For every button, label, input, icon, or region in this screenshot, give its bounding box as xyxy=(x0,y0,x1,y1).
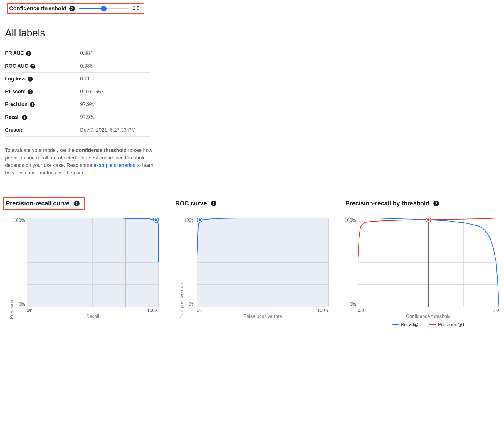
help-icon[interactable]: ? xyxy=(28,77,33,82)
pr-chart-wrap: Precision 100% 0% 0% 100% Recall xyxy=(5,218,159,319)
metrics-key-text: Recall xyxy=(5,114,20,120)
help-icon[interactable]: ? xyxy=(22,115,27,120)
threshold-label-text: Confidence threshold xyxy=(9,5,66,12)
charts-row: Precision-recall curve ? Precision 100% … xyxy=(5,196,499,328)
pr-chart-block: Precision-recall curve ? Precision 100% … xyxy=(5,196,159,319)
roc-xticks: 0% 100% xyxy=(197,307,329,313)
pr-chart-title: Precision-recall curve xyxy=(6,200,70,207)
pr-xtick-right: 100% xyxy=(147,308,159,313)
threshold-ytick-bottom: 0% xyxy=(350,302,356,307)
threshold-xticks: 0.0 1.0 xyxy=(358,307,499,313)
legend-item: Precision@1 xyxy=(429,322,465,328)
metrics-key-text: PR AUC xyxy=(5,50,24,56)
legend-swatch xyxy=(429,324,436,325)
roc-ytick-bottom: 0% xyxy=(189,302,195,307)
metrics-value: 97.9% xyxy=(80,102,94,107)
threshold-chart-right: 0.0 1.0 Confidence threshold Recall@1Pre… xyxy=(358,218,499,328)
pr-chart-title-row: Precision-recall curve ? xyxy=(5,196,159,211)
metrics-value: 0.984 xyxy=(80,50,93,56)
metrics-value: Dec 7, 2021, 6:27:33 PM xyxy=(80,127,135,133)
pr-xticks: 0% 100% xyxy=(27,307,159,313)
threshold-slider[interactable] xyxy=(79,8,129,9)
metrics-key: Recall? xyxy=(5,114,80,120)
threshold-yticks: 100% 0% xyxy=(345,218,358,307)
threshold-xtick-left: 0.0 xyxy=(358,308,364,313)
threshold-chart-block: Precision-recall by threshold ? 100% 0% … xyxy=(345,196,499,328)
threshold-slider-fill xyxy=(79,8,104,9)
metrics-row: PR AUC?0.984 xyxy=(5,47,150,60)
help-icon[interactable]: ? xyxy=(30,102,35,107)
roc-ylabel: True positive rate xyxy=(179,283,185,319)
help-icon[interactable]: ? xyxy=(30,64,35,69)
roc-xtick-left: 0% xyxy=(197,308,203,313)
pr-ytick-top: 100% xyxy=(14,218,25,223)
threshold-chart-area xyxy=(358,218,499,307)
pr-yticks: 100% 0% xyxy=(14,218,27,307)
metrics-row: F1 score?0.9791667 xyxy=(5,85,150,98)
legend-label: Recall@1 xyxy=(401,322,421,328)
metrics-key: F1 score? xyxy=(5,89,80,95)
svg-point-25 xyxy=(198,218,201,221)
metrics-row: CreatedDec 7, 2021, 6:27:33 PM xyxy=(5,124,150,137)
threshold-value: 0.5 xyxy=(133,6,140,11)
metrics-key-text: F1 score xyxy=(5,89,26,95)
roc-xtick-right: 100% xyxy=(317,308,329,313)
roc-chart-title: ROC curve xyxy=(175,200,207,207)
metrics-table: PR AUC?0.984ROC AUC?0.986Log loss?0.11F1… xyxy=(5,47,150,137)
legend-swatch xyxy=(392,324,399,325)
roc-ytick-top: 100% xyxy=(184,218,195,223)
metrics-value: 0.986 xyxy=(80,63,93,69)
roc-ytick-slot: 100% 0% xyxy=(185,218,197,319)
metrics-row: Recall?97.9% xyxy=(5,111,150,124)
pr-xtick-left: 0% xyxy=(27,308,33,313)
help-icon[interactable]: ? xyxy=(211,201,216,206)
metrics-row: Precision?97.9% xyxy=(5,98,150,111)
pr-ytick-slot: 100% 0% xyxy=(14,218,27,319)
roc-chart-block: ROC curve ? True positive rate 100% 0% 0… xyxy=(175,196,329,319)
help-icon[interactable]: ? xyxy=(26,51,31,56)
roc-chart-y-axis: True positive rate xyxy=(175,218,185,319)
legend-label: Precision@1 xyxy=(438,322,465,328)
pr-ylabel: Precision xyxy=(9,300,14,319)
roc-chart-area xyxy=(197,218,329,307)
pr-chart-area xyxy=(27,218,159,307)
metrics-key-text: Log loss xyxy=(5,76,26,82)
threshold-chart-wrap: 100% 0% 0.0 1.0 Confidence threshold Rec… xyxy=(345,218,499,328)
metrics-value: 97.9% xyxy=(80,114,94,120)
pr-title-highlight-box: Precision-recall curve ? xyxy=(3,197,85,210)
threshold-ytick-slot: 100% 0% xyxy=(345,218,358,328)
metrics-key: ROC AUC? xyxy=(5,63,80,69)
pr-ytick-bottom: 0% xyxy=(19,302,25,307)
metrics-value: 0.9791667 xyxy=(80,89,104,95)
threshold-label: Confidence threshold ? xyxy=(9,5,75,12)
example-scenarios-link[interactable]: example scenarios xyxy=(93,163,135,168)
threshold-legend: Recall@1Precision@1 xyxy=(358,322,499,328)
threshold-row: Confidence threshold ? 0.5 xyxy=(5,0,499,17)
pr-chart-y-axis: Precision xyxy=(5,218,14,319)
roc-chart-right: 0% 100% False positive rate xyxy=(197,218,329,319)
metrics-key-text: Created xyxy=(5,127,24,133)
metrics-key: Log loss? xyxy=(5,76,80,82)
metrics-key: Precision? xyxy=(5,102,80,107)
threshold-ytick-top: 100% xyxy=(345,218,356,223)
metrics-value: 0.11 xyxy=(80,76,90,82)
metrics-key-text: ROC AUC xyxy=(5,63,28,69)
roc-yticks: 100% 0% xyxy=(185,218,197,307)
threshold-slider-wrap: 0.5 xyxy=(79,6,140,11)
help-icon[interactable]: ? xyxy=(28,89,33,94)
pr-xlabel: Recall xyxy=(27,314,159,319)
help-icon[interactable]: ? xyxy=(69,6,75,11)
metrics-key: PR AUC? xyxy=(5,50,80,56)
threshold-xlabel: Confidence threshold xyxy=(358,314,499,319)
threshold-chart-title: Precision-recall by threshold xyxy=(345,200,429,207)
help-icon[interactable]: ? xyxy=(74,201,80,206)
evaluation-help-text: To evaluate your model, set the confiden… xyxy=(5,147,161,177)
threshold-highlight-box: Confidence threshold ? 0.5 xyxy=(7,3,144,14)
threshold-slider-thumb[interactable] xyxy=(101,6,107,11)
metrics-row: ROC AUC?0.986 xyxy=(5,60,150,73)
help-text-bold1: confidence threshold xyxy=(76,147,127,153)
pr-chart-right: 0% 100% Recall xyxy=(27,218,159,319)
roc-chart-title-row: ROC curve ? xyxy=(175,196,329,211)
help-icon[interactable]: ? xyxy=(433,201,439,206)
svg-point-38 xyxy=(427,218,430,221)
